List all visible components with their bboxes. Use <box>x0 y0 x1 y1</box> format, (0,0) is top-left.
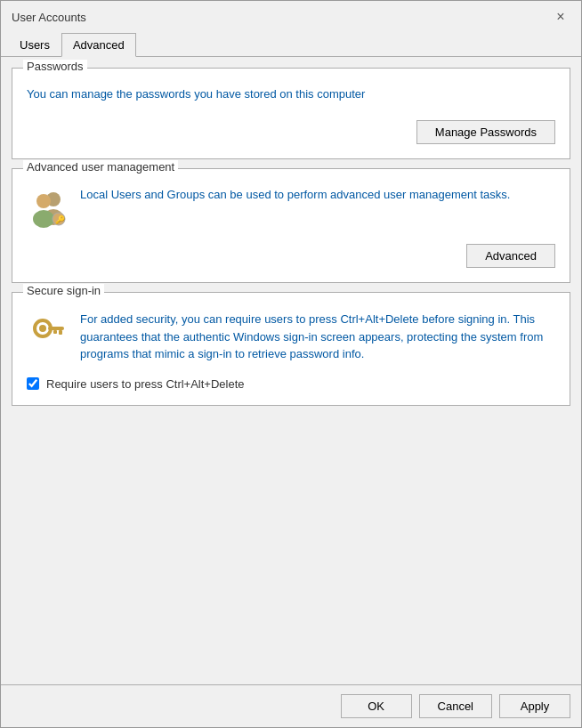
tab-content: Passwords You can manage the passwords y… <box>1 57 581 684</box>
ctrl-alt-del-label[interactable]: Require users to press Ctrl+Alt+Delete <box>46 377 245 391</box>
secure-signin-description: For added security, you can require user… <box>80 311 555 363</box>
ok-button[interactable]: OK <box>341 694 412 718</box>
tab-users[interactable]: Users <box>8 33 61 57</box>
svg-point-2 <box>36 194 51 208</box>
svg-text:🔑: 🔑 <box>55 214 66 225</box>
passwords-group: Passwords You can manage the passwords y… <box>12 68 570 159</box>
svg-point-3 <box>33 210 54 228</box>
passwords-group-title: Passwords <box>23 60 87 73</box>
tab-bar: Users Advanced <box>1 33 581 57</box>
users-group-icon: 🔑 <box>27 187 69 230</box>
secure-signin-title: Secure sign-in <box>23 284 104 297</box>
title-bar: User Accounts × <box>1 1 581 33</box>
svg-rect-10 <box>53 330 57 334</box>
advanced-management-title: Advanced user management <box>23 160 178 174</box>
manage-passwords-button[interactable]: Manage Passwords <box>416 120 555 144</box>
tab-advanced[interactable]: Advanced <box>61 33 136 57</box>
svg-rect-8 <box>48 327 64 330</box>
advanced-management-description: Local Users and Groups can be used to pe… <box>80 187 510 203</box>
advanced-management-group: Advanced user management � <box>12 168 570 283</box>
svg-point-7 <box>39 325 46 332</box>
footer: OK Cancel Apply <box>1 684 581 727</box>
close-button[interactable]: × <box>551 7 570 27</box>
secure-signin-group: Secure sign-in For added security, y <box>12 292 570 406</box>
passwords-description: You can manage the passwords you have st… <box>27 86 555 102</box>
apply-button[interactable]: Apply <box>499 694 570 718</box>
cancel-button[interactable]: Cancel <box>419 694 492 718</box>
svg-rect-9 <box>59 330 62 335</box>
advanced-button[interactable]: Advanced <box>466 244 555 268</box>
key-icon <box>27 311 69 353</box>
user-accounts-window: User Accounts × Users Advanced Passwords… <box>0 0 582 728</box>
ctrl-alt-del-checkbox[interactable] <box>27 377 39 390</box>
window-title: User Accounts <box>12 11 86 24</box>
